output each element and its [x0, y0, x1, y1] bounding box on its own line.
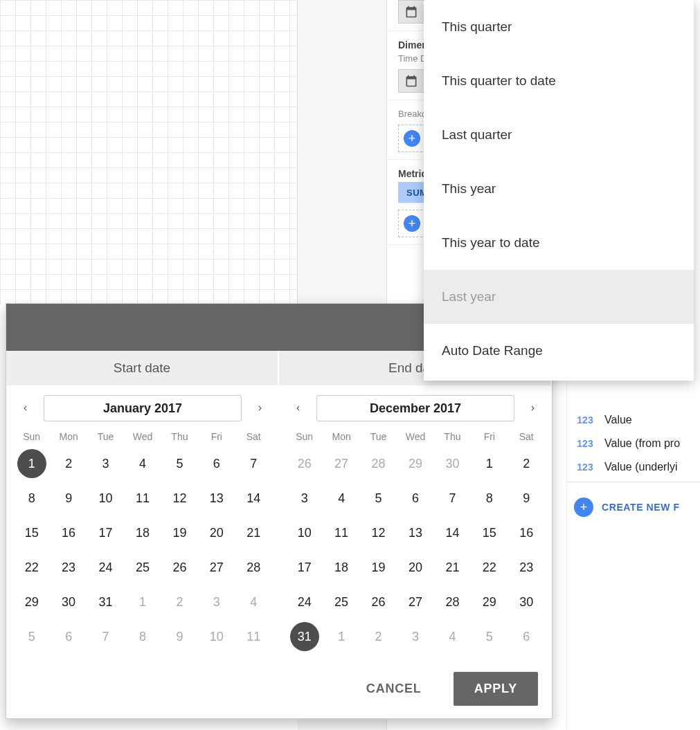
prev-month-button[interactable] — [286, 396, 309, 420]
calendar-day[interactable]: 3 — [397, 619, 433, 654]
calendar-day[interactable]: 3 — [87, 446, 124, 481]
calendar-day[interactable]: 30 — [508, 585, 545, 619]
calendar-day[interactable]: 13 — [397, 515, 433, 550]
calendar-day[interactable]: 17 — [286, 550, 323, 585]
calendar-day[interactable]: 27 — [198, 550, 235, 585]
calendar-day[interactable]: 10 — [286, 515, 323, 550]
calendar-day[interactable]: 3 — [198, 585, 235, 619]
calendar-day[interactable]: 27 — [323, 446, 359, 481]
calendar-day[interactable]: 18 — [323, 550, 359, 585]
start-date-header[interactable]: Start date — [6, 351, 279, 385]
calendar-day[interactable]: 17 — [87, 515, 124, 550]
calendar-day[interactable]: 15 — [471, 515, 508, 550]
calendar-day[interactable]: 20 — [397, 550, 433, 585]
calendar-day[interactable]: 9 — [508, 481, 545, 515]
calendar-day[interactable]: 19 — [161, 515, 198, 550]
calendar-day[interactable]: 7 — [235, 446, 272, 481]
preset-option[interactable]: Last quarter — [424, 108, 694, 162]
field-item[interactable]: 123Value (underlyi — [567, 455, 700, 479]
preset-option[interactable]: This year — [424, 162, 694, 216]
calendar-day[interactable]: 25 — [323, 585, 359, 619]
calendar-day[interactable]: 12 — [161, 481, 198, 515]
calendar-day[interactable]: 27 — [397, 585, 433, 619]
calendar-day[interactable]: 7 — [87, 619, 124, 654]
calendar-day[interactable]: 15 — [13, 515, 50, 550]
calendar-day[interactable]: 28 — [235, 550, 272, 585]
report-canvas[interactable] — [0, 0, 298, 304]
calendar-icon[interactable] — [398, 69, 424, 93]
preset-option[interactable]: Auto Date Range — [424, 324, 694, 378]
calendar-day[interactable]: 12 — [360, 515, 397, 550]
calendar-day[interactable]: 4 — [124, 446, 161, 481]
calendar-day[interactable]: 24 — [87, 550, 124, 585]
calendar-day[interactable]: 1 — [323, 619, 359, 654]
calendar-day[interactable]: 1 — [124, 585, 161, 619]
calendar-day[interactable]: 18 — [124, 515, 161, 550]
calendar-day[interactable]: 5 — [161, 446, 198, 481]
calendar-day[interactable]: 2 — [508, 446, 545, 481]
calendar-day[interactable]: 11 — [235, 619, 272, 654]
next-month-button[interactable] — [521, 396, 545, 420]
calendar-day[interactable]: 28 — [360, 446, 397, 481]
calendar-day[interactable]: 5 — [13, 619, 50, 654]
calendar-day[interactable]: 4 — [434, 619, 471, 654]
add-metric[interactable]: + — [398, 210, 426, 237]
start-month-select[interactable]: January 2017 — [44, 395, 242, 421]
calendar-day[interactable]: 4 — [323, 481, 359, 515]
add-breakdown-dimension[interactable]: + — [398, 125, 426, 152]
calendar-day[interactable]: 16 — [50, 515, 87, 550]
calendar-icon[interactable] — [398, 0, 424, 24]
calendar-day[interactable]: 9 — [161, 619, 198, 654]
calendar-day[interactable]: 7 — [434, 481, 471, 515]
preset-option[interactable]: Last year — [424, 270, 694, 324]
calendar-day[interactable]: 6 — [508, 619, 545, 654]
calendar-day[interactable]: 30 — [50, 585, 87, 619]
calendar-day[interactable]: 29 — [471, 585, 508, 619]
apply-button[interactable]: APPLY — [454, 672, 538, 706]
calendar-day[interactable]: 11 — [323, 515, 359, 550]
calendar-day[interactable]: 1 — [471, 446, 508, 481]
calendar-day[interactable]: 26 — [360, 585, 397, 619]
calendar-day[interactable]: 26 — [161, 550, 198, 585]
calendar-day[interactable]: 4 — [235, 585, 272, 619]
calendar-day[interactable]: 2 — [161, 585, 198, 619]
calendar-day[interactable]: 10 — [87, 481, 124, 515]
calendar-day[interactable]: 8 — [471, 481, 508, 515]
preset-option[interactable]: This year to date — [424, 216, 694, 270]
calendar-day[interactable]: 10 — [198, 619, 235, 654]
calendar-day[interactable]: 21 — [434, 550, 471, 585]
date-range-preset-menu[interactable]: This quarterThis quarter to dateLast qua… — [424, 0, 694, 381]
calendar-day[interactable]: 6 — [198, 446, 235, 481]
calendar-day[interactable]: 16 — [508, 515, 545, 550]
calendar-day[interactable]: 19 — [360, 550, 397, 585]
calendar-day[interactable]: 8 — [124, 619, 161, 654]
create-new-field[interactable]: + CREATE NEW F — [567, 485, 700, 529]
calendar-day[interactable]: 5 — [471, 619, 508, 654]
calendar-day[interactable]: 30 — [434, 446, 471, 481]
calendar-day[interactable]: 21 — [235, 515, 272, 550]
cancel-button[interactable]: CANCEL — [351, 672, 437, 706]
calendar-day[interactable]: 1 — [13, 446, 50, 481]
prev-month-button[interactable] — [13, 396, 37, 420]
field-item[interactable]: 123Value (from pro — [567, 432, 700, 455]
calendar-day[interactable]: 14 — [434, 515, 471, 550]
calendar-day[interactable]: 31 — [87, 585, 124, 619]
calendar-day[interactable]: 11 — [124, 481, 161, 515]
calendar-day[interactable]: 14 — [235, 481, 272, 515]
end-month-select[interactable]: December 2017 — [316, 395, 514, 421]
calendar-day[interactable]: 13 — [198, 481, 235, 515]
calendar-day[interactable]: 25 — [124, 550, 161, 585]
preset-option[interactable]: This quarter — [424, 0, 694, 54]
calendar-day[interactable]: 8 — [13, 481, 50, 515]
next-month-button[interactable] — [249, 396, 272, 420]
calendar-day[interactable]: 9 — [50, 481, 87, 515]
calendar-day[interactable]: 6 — [397, 481, 433, 515]
calendar-day[interactable]: 23 — [508, 550, 545, 585]
field-item[interactable]: 123Value — [567, 408, 700, 432]
preset-option[interactable]: This quarter to date — [424, 54, 694, 108]
calendar-day[interactable]: 6 — [50, 619, 87, 654]
calendar-day[interactable]: 26 — [286, 446, 323, 481]
calendar-day[interactable]: 3 — [286, 481, 323, 515]
calendar-day[interactable]: 5 — [360, 481, 397, 515]
calendar-day[interactable]: 2 — [50, 446, 87, 481]
